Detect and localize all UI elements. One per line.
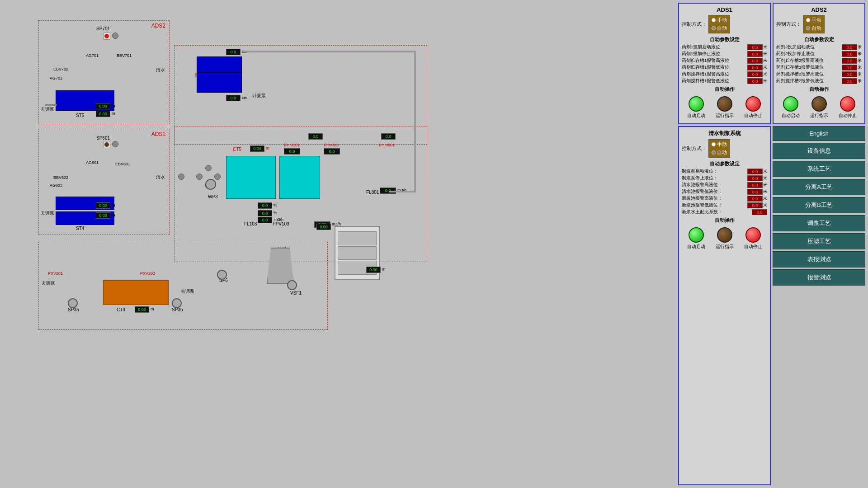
ads2-manual-radio[interactable] bbox=[806, 18, 810, 22]
ads2-param6-value[interactable]: 0.0 bbox=[842, 78, 857, 84]
ads1-param4-value[interactable]: 0.0 bbox=[747, 65, 763, 70]
ads1-stop-label: 自动停止 bbox=[744, 113, 762, 119]
water-manual-label: 手动 bbox=[717, 141, 727, 148]
ads2-param4-value[interactable]: 0.0 bbox=[842, 65, 857, 70]
ads2-param2-value[interactable]: 0.0 bbox=[842, 51, 857, 57]
english-button[interactable]: English bbox=[773, 126, 865, 141]
ag701-label: AG701 bbox=[86, 53, 99, 58]
ads2-param1-label: 药剂2投加启动液位 bbox=[776, 44, 815, 50]
valve1[interactable] bbox=[178, 174, 184, 180]
water-auto-label: 自动 bbox=[717, 149, 727, 156]
ct5-value: 0.00 bbox=[250, 145, 264, 152]
ads1-run-btn[interactable] bbox=[717, 96, 732, 112]
water-param2-value[interactable]: 0.0 bbox=[747, 175, 763, 181]
vsf1-device bbox=[287, 280, 297, 290]
water-param5-value[interactable]: 0.0 bbox=[747, 196, 763, 202]
cm-display-top: 0.0 bbox=[226, 49, 241, 55]
ads1-param2-value[interactable]: 0.0 bbox=[747, 51, 763, 57]
flow-pct1: 0.0 bbox=[258, 202, 272, 209]
water-param1-label: 制浆泵启动液位： bbox=[682, 169, 718, 174]
ads2-run-label: 运行指示 bbox=[810, 113, 828, 119]
water-param3-value[interactable]: 0.0 bbox=[747, 182, 763, 188]
ads2-param3-value[interactable]: 0.0 bbox=[842, 58, 857, 64]
ads2-run-btn[interactable] bbox=[811, 96, 827, 112]
sp3b-device bbox=[172, 298, 182, 308]
ads1-manual-label: 手动 bbox=[717, 17, 727, 23]
equipment-info-button[interactable]: 设备信息 bbox=[773, 143, 865, 159]
ads1-start-btn[interactable] bbox=[689, 96, 704, 112]
system-process-button[interactable]: 系统工艺 bbox=[773, 161, 865, 177]
ads2-auto-radio[interactable] bbox=[806, 26, 810, 30]
sep-a-process-button[interactable]: 分离A工艺 bbox=[773, 179, 865, 195]
st4-value2: 0.00 bbox=[96, 212, 110, 219]
sp701-circle bbox=[112, 33, 118, 39]
water-param1-value[interactable]: 0.0 bbox=[747, 169, 763, 174]
ads2-title: ADS2 bbox=[776, 6, 862, 13]
main-tank-right bbox=[279, 156, 320, 199]
filter-val2: 0.00 bbox=[366, 267, 381, 273]
wp3-label: WP3 bbox=[208, 194, 218, 199]
water-param4-value[interactable]: 0.0 bbox=[747, 189, 763, 195]
ads2-mode-buttons[interactable]: 手动 自动 bbox=[803, 15, 825, 33]
sep-b-process-button[interactable]: 分离B工艺 bbox=[773, 197, 865, 213]
ag702-label: AG702 bbox=[50, 76, 62, 80]
ads1-param3-value[interactable]: 0.0 bbox=[747, 58, 763, 64]
alarm-browse-button[interactable]: 报警浏览 bbox=[773, 269, 865, 286]
ct5-label: CT5 bbox=[233, 147, 241, 152]
water-start-btn[interactable] bbox=[689, 227, 704, 243]
mix-process-button[interactable]: 调浆工艺 bbox=[773, 215, 865, 231]
wp3-pump[interactable] bbox=[205, 179, 216, 190]
water-run-label: 运行指示 bbox=[716, 244, 734, 250]
valve2[interactable] bbox=[196, 174, 203, 180]
upper-right-val2: 0.0 bbox=[381, 133, 396, 140]
water-param7-value[interactable]: 0.0 bbox=[752, 209, 767, 215]
ct4-value: 0.00 bbox=[135, 306, 149, 313]
sp601-indicator bbox=[104, 142, 109, 147]
water-auto-radio[interactable] bbox=[712, 150, 716, 155]
to-conditioner2: 去调浆 bbox=[41, 210, 54, 216]
ads1-param3-label: 药剂贮存槽1报警高液位 bbox=[682, 58, 729, 64]
water-mode-label: 控制方式： bbox=[682, 145, 707, 152]
ads2-param1-value[interactable]: 0.0 bbox=[842, 44, 857, 50]
bbv701-label: BBV701 bbox=[117, 53, 132, 58]
st6-hopper bbox=[267, 248, 294, 284]
water-stop-btn[interactable] bbox=[745, 227, 761, 243]
ct4-label: CT4 bbox=[117, 307, 125, 312]
ads1-param1-label: 药剂1投加启动液位 bbox=[682, 44, 720, 50]
ads1-param6-value[interactable]: 0.0 bbox=[747, 78, 763, 84]
ads2-stop-btn[interactable] bbox=[840, 96, 855, 112]
valve5[interactable] bbox=[205, 165, 212, 171]
ads1-stop-btn[interactable] bbox=[745, 96, 761, 112]
ads1-auto-radio[interactable] bbox=[712, 26, 716, 30]
water-param3-label: 清水池报警高液位： bbox=[682, 182, 722, 188]
valve4[interactable] bbox=[214, 174, 221, 180]
water-param6-label: 新浆池报警低液位： bbox=[682, 202, 722, 208]
ads1-param1-value[interactable]: 0.0 bbox=[747, 44, 763, 50]
pipe-right-h bbox=[389, 191, 416, 192]
dosing-pump-label: 计量泵 bbox=[252, 93, 266, 99]
sp701-indicator bbox=[104, 34, 109, 38]
ads2-param5-value[interactable]: 0.0 bbox=[842, 71, 857, 77]
water-run-btn[interactable] bbox=[717, 227, 732, 243]
water-mode-buttons[interactable]: 手动 自动 bbox=[708, 139, 730, 158]
ads1-param5-value[interactable]: 0.0 bbox=[747, 71, 763, 77]
water-param6-value[interactable]: 0.0 bbox=[747, 202, 763, 208]
ads2-manual-label: 手动 bbox=[811, 17, 821, 23]
ads1-start-label: 自动启动 bbox=[687, 113, 705, 119]
ads2-param2-label: 药剂2投加停止液位 bbox=[776, 51, 815, 57]
phm101-value: 0.0 bbox=[284, 148, 300, 155]
water-manual-radio[interactable] bbox=[712, 142, 716, 146]
sp601-label: SP601 bbox=[96, 136, 110, 141]
phm801-label: PHM801 bbox=[379, 143, 395, 147]
filter-process-button[interactable]: 压滤工艺 bbox=[773, 233, 865, 249]
ads1-mode-buttons[interactable]: 手动 自动 bbox=[708, 15, 730, 33]
report-browse-button[interactable]: 表报浏览 bbox=[773, 251, 865, 267]
pipe-top-h bbox=[244, 51, 416, 52]
cm-display-bottom: 0.0 bbox=[226, 95, 241, 101]
phm101-label: PHM101 bbox=[284, 143, 300, 147]
main-tank-left bbox=[226, 156, 276, 199]
phm802-label: PHM802 bbox=[324, 143, 340, 147]
ads1-control-panel: ADS1 控制方式： 手动 自动 自动参数设定 bbox=[678, 3, 771, 124]
ads2-start-btn[interactable] bbox=[783, 96, 798, 112]
ads1-manual-radio[interactable] bbox=[712, 18, 716, 22]
